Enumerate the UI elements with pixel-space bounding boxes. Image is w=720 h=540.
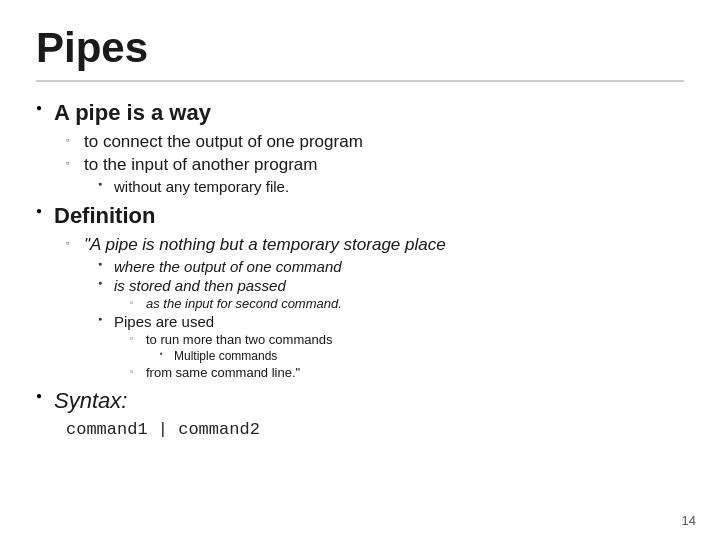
slide: Pipes ● A pipe is a way ▫ to connect the… xyxy=(0,0,720,540)
l2-text-input: to the input of another program xyxy=(84,155,317,175)
l1-text-definition: Definition xyxy=(54,203,155,229)
l1-bullet-def: ● xyxy=(36,205,54,216)
l3-bullet-stored: ● xyxy=(98,279,114,286)
l3-where-output: ● where the output of one command xyxy=(98,258,684,275)
section-syntax: ● Syntax: command1 | command2 xyxy=(36,388,684,439)
l5-bullet-multi: ▪ xyxy=(160,349,174,358)
l2-text-connect: to connect the output of one program xyxy=(84,132,363,152)
l1-bullet-pipe: ● xyxy=(36,102,54,113)
l2-input: ▫ to the input of another program xyxy=(66,155,684,175)
l3-bullet-temp: ● xyxy=(98,180,114,187)
l3-text-stored: is stored and then passed xyxy=(114,277,286,294)
l1-text-syntax: Syntax: xyxy=(54,388,127,414)
section-definition: ● Definition ▫ "A pipe is nothing but a … xyxy=(36,203,684,380)
l2-text-quote: "A pipe is nothing but a temporary stora… xyxy=(84,235,446,255)
l3-bullet-pipes: ● xyxy=(98,315,114,322)
section-pipe-way: ● A pipe is a way ▫ to connect the outpu… xyxy=(36,100,684,195)
l1-pipe-way: ● A pipe is a way xyxy=(36,100,684,126)
syntax-code: command1 | command2 xyxy=(66,420,260,439)
l3-text-pipes: Pipes are used xyxy=(114,313,214,330)
l3-pipes-used: ● Pipes are used xyxy=(98,313,684,330)
content-area: ● A pipe is a way ▫ to connect the outpu… xyxy=(36,100,684,439)
l4-bullet-run: ▫ xyxy=(130,334,146,343)
l3-temp-file: ● without any temporary file. xyxy=(98,178,684,195)
l3-text-where: where the output of one command xyxy=(114,258,342,275)
l1-bullet-syntax: ● xyxy=(36,390,54,401)
l4-bullet-same: ▫ xyxy=(130,367,146,376)
l4-text-input2: as the input for second command. xyxy=(146,296,342,311)
l4-input-second: ▫ as the input for second command. xyxy=(130,296,684,311)
l3-stored-passed: ● is stored and then passed xyxy=(98,277,684,294)
l1-text-pipe: A pipe is a way xyxy=(54,100,211,126)
l1-definition: ● Definition xyxy=(36,203,684,229)
l4-bullet-input2: ▫ xyxy=(130,298,146,307)
l3-text-temp: without any temporary file. xyxy=(114,178,289,195)
l2-quote: ▫ "A pipe is nothing but a temporary sto… xyxy=(66,235,684,255)
l4-text-same: from same command line." xyxy=(146,365,300,380)
l5-text-multi: Multiple commands xyxy=(174,349,277,363)
l4-run-more: ▫ to run more than two commands xyxy=(130,332,684,347)
l2-connect: ▫ to connect the output of one program xyxy=(66,132,684,152)
l3-bullet-where: ● xyxy=(98,260,114,267)
l4-text-run: to run more than two commands xyxy=(146,332,332,347)
l2-bullet-quote: ▫ xyxy=(66,238,84,248)
l2-bullet-connect: ▫ xyxy=(66,135,84,145)
slide-title: Pipes xyxy=(36,24,684,82)
syntax-block: command1 | command2 xyxy=(66,420,684,439)
page-number: 14 xyxy=(682,513,696,528)
l2-bullet-input: ▫ xyxy=(66,158,84,168)
l1-syntax: ● Syntax: xyxy=(36,388,684,414)
l4-same-cmdline: ▫ from same command line." xyxy=(130,365,684,380)
l5-multiple: ▪ Multiple commands xyxy=(160,349,684,363)
